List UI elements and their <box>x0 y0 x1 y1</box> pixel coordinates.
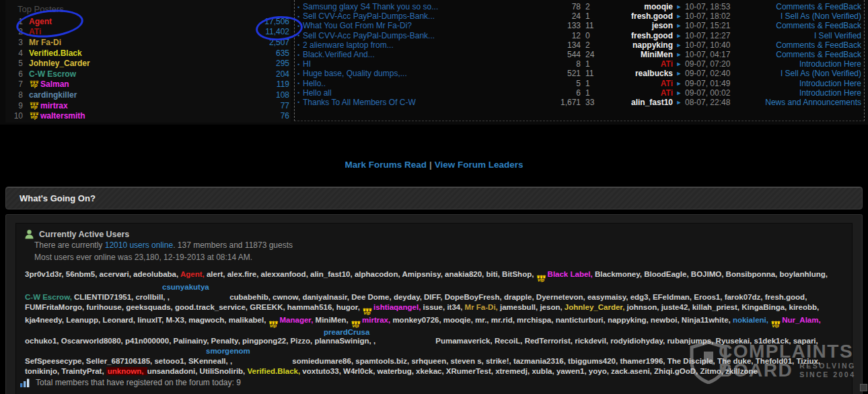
username-link[interactable]: voxtuto33, <box>302 367 343 375</box>
username-link[interactable]: rodyidiohyday, <box>610 337 667 345</box>
username-link[interactable]: boylanhlung, <box>779 270 828 278</box>
username-link[interactable]: yoyo, <box>589 367 611 375</box>
username-link[interactable]: , <box>373 337 377 345</box>
username-link[interactable]: Black Label, <box>548 270 595 278</box>
top-poster-link[interactable]: Mr Fa-Di <box>29 38 61 47</box>
top-poster-link[interactable]: mirtrax <box>40 101 68 110</box>
username-link[interactable]: Zhiqi.gOoD, <box>654 367 700 375</box>
username-link[interactable]: The duke, <box>717 357 756 365</box>
username-link[interactable]: steven s, <box>451 357 486 365</box>
forum-link[interactable]: I Sell As (Non Verified) <box>739 11 864 21</box>
top-poster-link[interactable]: waltersmith <box>40 111 85 121</box>
username-link[interactable]: juste42, <box>661 303 692 311</box>
goto-last-post-icon[interactable]: ► <box>673 51 685 58</box>
username-link[interactable]: ishtiaqangel, <box>373 303 423 311</box>
username-link[interactable]: srhqueen, <box>411 357 450 365</box>
username-link[interactable]: alexxanfood, <box>261 270 311 278</box>
last-poster-link[interactable]: jeson <box>606 21 673 30</box>
username-link[interactable]: Blackmoney, <box>595 270 644 278</box>
thread-title-link[interactable]: 2 alienware laptop from... <box>303 40 542 50</box>
username-link[interactable]: strike!, <box>486 357 513 365</box>
view-forum-leaders-link[interactable]: View Forum Leaders <box>435 160 523 170</box>
username-link[interactable]: jamesbull, <box>500 303 540 311</box>
username-link[interactable]: xkekac, <box>416 367 446 375</box>
username-link[interactable]: , <box>168 293 172 301</box>
last-poster-link[interactable]: ATi <box>606 59 673 69</box>
last-poster-link[interactable]: nappyking <box>606 40 673 50</box>
username-link[interactable]: biti, <box>486 270 502 278</box>
username-link[interactable]: Pizzo, <box>291 337 315 345</box>
username-link[interactable]: easymaisy, <box>587 293 630 301</box>
username-link[interactable]: zkillzone <box>725 367 758 375</box>
last-poster-link[interactable]: ATi <box>606 88 673 98</box>
username-link[interactable]: pingpong22, <box>242 337 291 345</box>
username-link[interactable]: alert, <box>207 270 227 278</box>
username-link[interactable]: TraintyPrat, <box>61 367 106 375</box>
username-link[interactable]: preardCrusa <box>324 328 369 336</box>
thread-title-link[interactable]: Huge base, Quality dumps,... <box>303 69 542 78</box>
username-link[interactable]: cubabehib, <box>229 293 273 301</box>
username-link[interactable]: unknown, <box>106 367 147 375</box>
username-link[interactable]: Dyernetevon, <box>536 293 587 301</box>
goto-last-post-icon[interactable]: ► <box>673 90 685 96</box>
top-poster-link[interactable]: Johnley_Carder <box>29 59 90 68</box>
username-link[interactable]: MiniMen, <box>316 316 351 324</box>
goto-last-post-icon[interactable]: ► <box>673 32 685 39</box>
username-link[interactable]: plannaSwinign, <box>314 337 373 345</box>
last-poster-link[interactable]: fresh.good <box>606 31 673 40</box>
goto-last-post-icon[interactable]: ► <box>673 80 685 87</box>
forum-link[interactable]: News and Announcements <box>739 98 864 107</box>
username-link[interactable]: C-W Escrow, <box>25 293 74 301</box>
username-link[interactable]: Eroos1, <box>694 293 724 301</box>
username-link[interactable]: crollbill, <box>135 293 167 301</box>
username-link[interactable]: rubanjumps, <box>667 337 715 345</box>
username-link[interactable]: johnson, <box>627 303 661 311</box>
username-link[interactable]: kireobb, <box>789 303 819 311</box>
username-link[interactable]: zack.aseni, <box>611 367 654 375</box>
goto-last-post-icon[interactable]: ► <box>673 3 685 10</box>
username-link[interactable]: Bonsibponna, <box>726 270 780 278</box>
username-link[interactable]: somiedumare86, <box>292 357 355 365</box>
username-link[interactable]: xtremedj, <box>495 367 532 375</box>
username-link[interactable]: , <box>230 357 234 365</box>
username-link[interactable]: hammah516, <box>287 303 336 311</box>
username-link[interactable]: Amipsnisy, <box>402 270 445 278</box>
username-link[interactable]: drapple, <box>504 293 536 301</box>
username-link[interactable]: xubla, <box>532 367 556 375</box>
thread-title-link[interactable]: Samsung glaxy S4 Thank you so so... <box>303 2 542 11</box>
username-link[interactable]: DIFF, <box>424 293 445 301</box>
username-link[interactable]: jeson, <box>540 303 564 311</box>
forum-link[interactable]: I Sell As (Non Verified) <box>739 69 864 78</box>
username-link[interactable]: kja4needy, <box>25 316 66 324</box>
username-link[interactable]: Leanupp, <box>66 316 102 324</box>
username-link[interactable]: deyday, <box>394 293 424 301</box>
thread-title-link[interactable]: Hello all <box>303 88 542 98</box>
username-link[interactable]: Agent, <box>180 270 207 278</box>
goto-last-post-icon[interactable]: ► <box>673 99 685 106</box>
username-link[interactable]: it34, <box>447 303 464 311</box>
username-link[interactable]: linuxIT, <box>137 316 166 324</box>
last-poster-link[interactable]: realbucks <box>606 69 673 78</box>
username-link[interactable]: Nur_Alam, <box>782 316 821 324</box>
username-link[interactable]: BOJIMO, <box>691 270 726 278</box>
username-link[interactable]: fresh.good, <box>765 293 807 301</box>
username-link[interactable]: malikabel, <box>229 316 268 324</box>
username-link[interactable]: adeolubaba, <box>133 270 180 278</box>
goto-last-post-icon[interactable]: ► <box>673 70 685 77</box>
username-link[interactable]: Pumamaverick, <box>435 337 495 345</box>
username-link[interactable]: Verified.Black, <box>248 367 303 375</box>
username-link[interactable]: KingaBinga, <box>742 303 789 311</box>
username-link[interactable]: 56nbm5, <box>66 270 100 278</box>
username-link[interactable]: Leonard, <box>102 316 137 324</box>
last-poster-link[interactable]: fresh.good <box>606 11 673 21</box>
username-link[interactable]: RecoiL, <box>495 337 525 345</box>
username-link[interactable]: tazmania2316, <box>513 357 568 365</box>
goto-last-post-icon[interactable]: ► <box>673 22 685 29</box>
username-link[interactable]: unsandadoni, <box>147 367 200 375</box>
username-link[interactable]: alin_fast10, <box>310 270 355 278</box>
username-link[interactable]: thamer1996, <box>620 357 667 365</box>
forum-link[interactable]: Introduction Here <box>739 79 864 88</box>
username-link[interactable]: magwoch, <box>188 316 228 324</box>
username-link[interactable]: mrchispa, <box>517 316 556 324</box>
thread-title-link[interactable]: Hello.. <box>303 79 542 88</box>
